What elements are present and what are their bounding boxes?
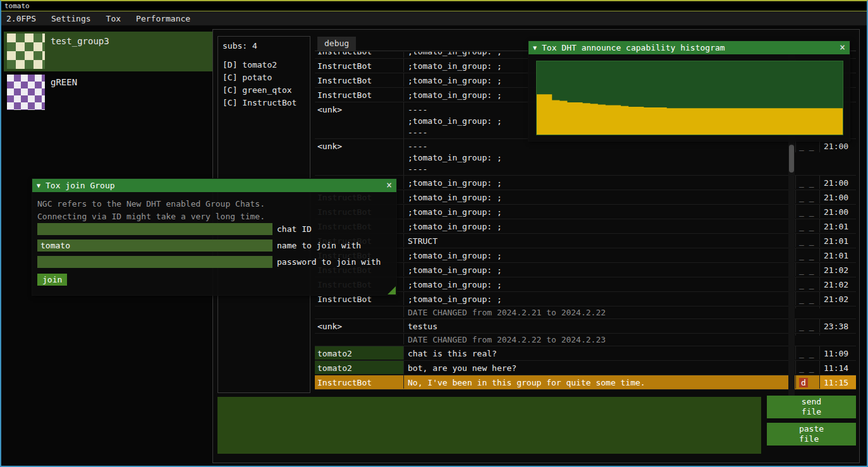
chat-row-message: bot, are you new here?: [403, 361, 786, 374]
chat-row[interactable]: DATE CHANGED from 2024.2.21 to 2024.2.22: [315, 306, 856, 319]
menu-item[interactable]: Performance: [128, 11, 198, 25]
member-list-item[interactable]: [C] green_qtox: [223, 84, 305, 97]
chat-row-message: ;tomato_in_group: ;: [403, 219, 786, 233]
chat-row-timestamp: 11:09: [819, 346, 856, 360]
join-group-titlebar[interactable]: ▼ Tox join Group ×: [32, 179, 396, 192]
chat-row-timestamp: 11:14: [819, 361, 856, 374]
chat-row-flags: _ _: [795, 263, 819, 276]
chat-row-author: <unk>: [315, 102, 403, 116]
paste-file-label: paste file: [799, 424, 824, 444]
chat-row[interactable]: tomato2 chat is this real? _ _ 11:09: [315, 346, 856, 361]
join-group-body: NGC refers to the New DHT enabled Group …: [32, 192, 396, 286]
chat-row-timestamp: 21:00: [819, 205, 856, 218]
join-field-label: name to join with: [277, 241, 361, 250]
chat-row-flag-text: _ _: [799, 294, 814, 304]
join-group-window: ▼ Tox join Group × NGC refers to the New…: [32, 178, 397, 296]
chat-row-timestamp: 21:01: [819, 248, 856, 262]
chat-row-flags: _ _: [795, 219, 819, 233]
chat-row-flags: d: [795, 375, 819, 389]
histogram-title: Tox DHT announce capability histogram: [542, 43, 834, 52]
join-field-row: password to join with: [37, 256, 391, 268]
chat-row-timestamp: 21:01: [819, 219, 856, 233]
join-field-label: chat ID: [277, 224, 312, 234]
window-titlebar[interactable]: tomato: [1, 1, 867, 11]
chat-row-author: InstructBot: [315, 73, 403, 87]
chat-row-timestamp: [819, 334, 856, 336]
chat-row-author: InstructBot: [315, 88, 403, 101]
join-button[interactable]: join: [37, 274, 67, 286]
collapse-arrow-icon[interactable]: ▼: [533, 44, 537, 51]
chat-row[interactable]: InstructBot No, I've been in this group …: [315, 375, 856, 390]
chat-row-flag-text: d: [799, 378, 808, 387]
chat-row[interactable]: <unk> testus _ _ 23:38: [315, 319, 856, 334]
chat-row-flags: _ _: [795, 361, 819, 374]
histogram-plot: [536, 61, 843, 135]
chat-row-flags: _ _: [795, 319, 819, 332]
paste-file-button[interactable]: paste file: [767, 423, 856, 446]
chat-row-timestamp: 11:15: [819, 375, 856, 389]
group-list-item[interactable]: test_group3: [4, 32, 212, 71]
window-title: tomato: [4, 2, 30, 10]
join-field-input[interactable]: [37, 256, 272, 268]
histogram-titlebar[interactable]: ▼ Tox DHT announce capability histogram …: [529, 41, 850, 54]
chat-scrollbar-thumb[interactable]: [789, 145, 794, 173]
menu-item[interactable]: Settings: [44, 11, 99, 25]
chat-row-timestamp: 21:00: [819, 176, 856, 189]
send-file-button[interactable]: send file: [767, 396, 856, 418]
member-list: [D] tomato2 [C] potato [C] green_qtox [C…: [223, 59, 305, 109]
group-list-item[interactable]: gREEN: [4, 73, 212, 112]
chat-row-flag-text: _ _: [799, 222, 814, 231]
chat-row-flags: [795, 334, 819, 336]
member-list-item[interactable]: [D] tomato2: [223, 59, 305, 71]
chat-row[interactable]: DATE CHANGED from 2024.2.22 to 2024.2.23: [315, 334, 856, 346]
group-name: test_group3: [51, 33, 109, 70]
chat-row-flag-text: _ _: [799, 142, 814, 151]
chat-row-flags: _ _: [795, 346, 819, 360]
chat-row-timestamp: 23:38: [819, 319, 856, 332]
chat-row-message: DATE CHANGED from 2024.2.21 to 2024.2.22: [403, 306, 786, 317]
chat-row-timestamp: 21:01: [819, 234, 856, 247]
subs-count: subs: 4: [223, 41, 305, 51]
collapse-arrow-icon[interactable]: ▼: [37, 182, 40, 189]
chat-row[interactable]: <unk> ---- ;tomato_in_group: ; ---- _ _ …: [315, 139, 856, 176]
fps-counter: 2.0FPS: [1, 11, 44, 25]
chat-row-author: <unk>: [315, 139, 403, 152]
chat-row-flag-text: _ _: [799, 280, 814, 289]
close-icon[interactable]: ×: [386, 181, 392, 190]
chat-row-flag-text: _ _: [799, 265, 814, 275]
histogram-area: [537, 94, 843, 135]
resize-grip[interactable]: [388, 286, 396, 294]
chat-row-flag-text: _ _: [799, 193, 814, 202]
join-field-input[interactable]: [37, 223, 272, 235]
chat-row[interactable]: tomato2 bot, are you new here? _ _ 11:14: [315, 361, 856, 375]
join-field-input[interactable]: [37, 240, 272, 252]
chat-row-message: ;tomato_in_group: ;: [403, 277, 786, 291]
menu-item[interactable]: Tox: [99, 11, 128, 25]
chat-row-flag-text: _ _: [799, 236, 814, 246]
tab-debug[interactable]: debug: [317, 37, 356, 51]
chat-row-message: testus: [403, 319, 786, 332]
chat-row-flags: _ _: [795, 205, 819, 218]
chat-row-author: [315, 334, 403, 336]
member-list-item[interactable]: [C] potato: [223, 71, 305, 84]
chat-row-flags: _ _: [795, 234, 819, 247]
message-input[interactable]: [217, 397, 761, 454]
histogram-window: ▼ Tox DHT announce capability histogram …: [528, 40, 850, 142]
member-list-item[interactable]: [C] InstructBot: [223, 97, 305, 109]
chat-row-message: STRUCT: [403, 234, 786, 247]
join-group-title: Tox join Group: [46, 181, 381, 190]
menubar: 2.0FPS Settings Tox Performance: [1, 11, 867, 26]
chat-row-flag-text: _ _: [799, 251, 814, 260]
chat-row-author: [315, 306, 403, 308]
chat-row-flag-text: _ _: [799, 349, 814, 358]
send-file-label: send file: [802, 397, 821, 417]
chat-row-message: chat is this real?: [403, 346, 786, 360]
chat-row-message: DATE CHANGED from 2024.2.22 to 2024.2.23: [403, 334, 786, 344]
chat-row-flag-text: _ _: [799, 207, 814, 217]
chat-row-message: ;tomato_in_group: ;: [403, 176, 786, 189]
chat-row-flags: [795, 306, 819, 308]
join-desc-line1: NGC refers to the New DHT enabled Group …: [37, 198, 391, 210]
close-icon[interactable]: ×: [840, 43, 845, 52]
chat-row-timestamp: 21:02: [819, 263, 856, 276]
chat-row-flag-text: _ _: [799, 363, 814, 373]
